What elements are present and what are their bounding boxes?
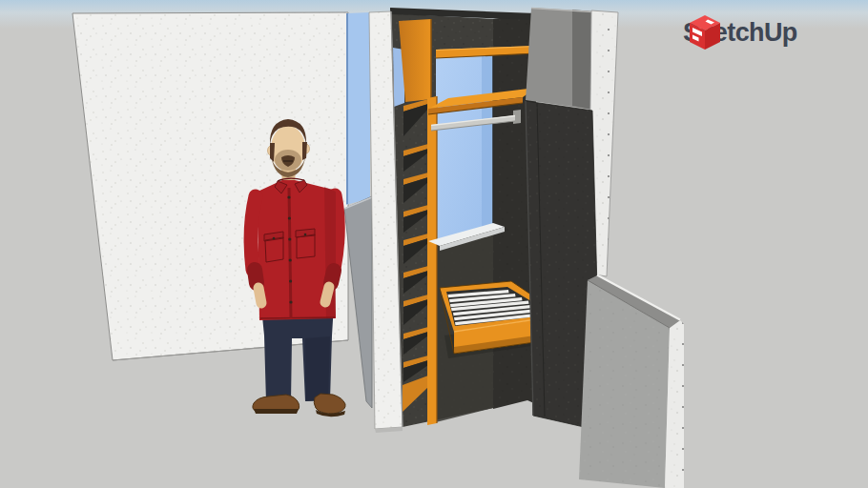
shirt-hem	[260, 317, 335, 318]
window	[436, 48, 493, 240]
window-glass-edge	[482, 48, 493, 229]
left-arm	[251, 196, 256, 270]
sketchup-viewport: SketchUp	[0, 0, 868, 488]
closet-divider	[427, 96, 437, 425]
right-hand	[325, 287, 329, 302]
left-cuff	[255, 270, 257, 283]
right-cuff	[331, 271, 334, 283]
placket	[289, 188, 291, 318]
left-hand	[258, 288, 261, 303]
scene-canvas[interactable]	[0, 0, 868, 488]
upper-gray-wall	[526, 8, 592, 110]
pants-shading	[305, 336, 330, 401]
blue-wall-strip	[346, 12, 370, 205]
left-shoe-sole	[254, 409, 299, 414]
sketchup-logo-icon	[683, 11, 725, 53]
sketchup-logo: SketchUp	[683, 11, 797, 53]
